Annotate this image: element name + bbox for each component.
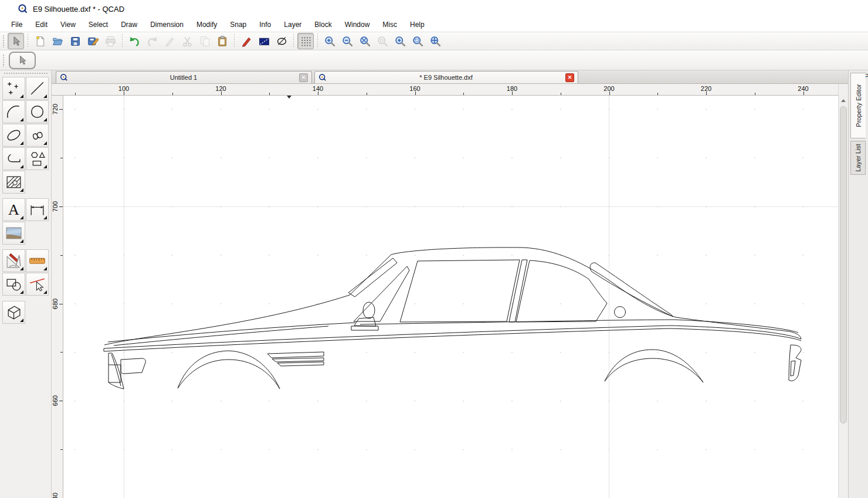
measure-tools-button[interactable]: [26, 249, 49, 272]
panel-tab-property-editor[interactable]: Property Editor: [850, 73, 866, 138]
grid-toggle-button[interactable]: [297, 33, 314, 49]
image-tools-button[interactable]: [2, 222, 25, 245]
dimension-tools-button[interactable]: [26, 198, 49, 221]
entity-vent-window[interactable]: [354, 266, 409, 321]
menu-edit[interactable]: Edit: [29, 19, 54, 31]
ruler-label: 240: [792, 85, 815, 92]
entity-rear-window[interactable]: [590, 263, 673, 317]
grid-dot: [415, 352, 416, 353]
menu-view[interactable]: View: [54, 19, 82, 31]
main-selection-tool-button[interactable]: [9, 52, 36, 69]
polyline-tools-button[interactable]: [2, 147, 25, 170]
save-file-button[interactable]: [67, 33, 83, 49]
menu-info[interactable]: Info: [253, 19, 277, 31]
menu-block[interactable]: Block: [308, 19, 338, 31]
restrict-off-button[interactable]: [273, 33, 290, 49]
modify-tools-button[interactable]: [2, 273, 25, 296]
grid-dot: [803, 303, 804, 304]
tab-close-icon[interactable]: ✕: [565, 73, 574, 82]
paste-button[interactable]: [214, 33, 230, 49]
draw-misc-tools-button[interactable]: [2, 249, 25, 272]
save-as-button[interactable]: [84, 33, 101, 49]
entity-hood-crease-1[interactable]: [108, 323, 355, 342]
pan-button[interactable]: [427, 33, 443, 49]
vertical-scrollbar[interactable]: [838, 84, 848, 498]
submenu-corner-icon: [43, 165, 47, 168]
ellipse-tools-button[interactable]: [2, 124, 25, 147]
entity-c-pillar-roundel[interactable]: [615, 307, 626, 318]
grid-dot: [415, 401, 416, 402]
entity-body-outline[interactable]: [104, 248, 801, 345]
spline-tools-button[interactable]: [26, 124, 49, 147]
zoom-window-button[interactable]: [409, 33, 426, 49]
undo-button[interactable]: [126, 33, 143, 49]
point-tools-button[interactable]: [2, 77, 25, 100]
grid-dot: [609, 255, 610, 256]
menu-select[interactable]: Select: [82, 19, 114, 31]
document-tab-1[interactable]: Untitled 1✕: [56, 71, 312, 83]
submenu-corner-icon: [20, 216, 23, 219]
ruler-minor-tick: [463, 93, 464, 95]
grid-dot: [366, 401, 367, 402]
menu-draw[interactable]: Draw: [114, 19, 144, 31]
submenu-corner-icon: [20, 319, 23, 322]
trim-tools-button[interactable]: [26, 273, 49, 296]
entity-rear-light[interactable]: [791, 361, 795, 376]
entity-side-trim-lower[interactable]: [104, 328, 801, 351]
document-tab-2[interactable]: * E9 Silhouette.dxf✕: [314, 71, 578, 83]
grid-dot: [269, 206, 270, 207]
bmw-e9-side-silhouette: [104, 248, 801, 389]
zoom-out-button[interactable]: [339, 33, 355, 49]
menu-file[interactable]: File: [5, 19, 29, 31]
entity-front-wheel-arch[interactable]: [178, 351, 280, 389]
arc-tools-button[interactable]: [2, 100, 25, 123]
circle-tools-button[interactable]: [26, 100, 49, 123]
menu-window[interactable]: Window: [338, 19, 377, 31]
drawing-canvas[interactable]: [63, 96, 838, 498]
grid-dot: [803, 206, 804, 207]
selection-pointer-button[interactable]: [8, 33, 24, 49]
line-tools-button[interactable]: [26, 77, 49, 100]
submenu-corner-icon: [20, 118, 23, 121]
hatch-tools-button[interactable]: [2, 171, 25, 194]
entity-windshield[interactable]: [348, 258, 397, 297]
tab-close-icon[interactable]: ✕: [299, 73, 308, 82]
ruler-minor-tick: [60, 158, 63, 158]
ruler-label: 120: [209, 85, 233, 92]
panel-tab-layer-list[interactable]: Layer List: [850, 141, 866, 175]
menu-dimension[interactable]: Dimension: [144, 19, 190, 31]
toolbar-drag-handle[interactable]: [2, 54, 5, 67]
menu-layer[interactable]: Layer: [277, 19, 308, 31]
menu-modify[interactable]: Modify: [190, 19, 223, 31]
ruler-minor-tick: [755, 93, 755, 95]
entity-rear-wheel-arch[interactable]: [605, 350, 703, 382]
open-file-button[interactable]: [49, 33, 66, 49]
solid-tools-button[interactable]: [2, 301, 25, 324]
draw-order-button[interactable]: [238, 33, 255, 49]
entity-side-trim-upper[interactable]: [104, 326, 801, 348]
text-tools-button[interactable]: A: [2, 198, 25, 221]
submenu-corner-icon: [20, 141, 23, 145]
entity-front-signal[interactable]: [121, 358, 146, 374]
palette-drag-handle[interactable]: [4, 72, 48, 74]
save-icon: [69, 35, 82, 48]
new-file-button[interactable]: [32, 33, 48, 49]
zoomout-icon: [341, 35, 354, 48]
entity-front-valance[interactable]: [108, 353, 124, 389]
zoom-back-button[interactable]: [392, 33, 408, 49]
zoom-in-button[interactable]: [321, 33, 338, 49]
menu-snap[interactable]: Snap: [223, 19, 253, 31]
ruler-minor-tick: [75, 93, 76, 95]
menu-help[interactable]: Help: [404, 19, 431, 31]
menu-misc[interactable]: Misc: [376, 19, 404, 31]
auto-zoom-button[interactable]: [357, 33, 373, 49]
selection-bounds-button[interactable]: [256, 33, 272, 49]
scrollbar-thumb[interactable]: [840, 106, 847, 424]
entity-door-window[interactable]: [400, 260, 520, 322]
shape-tools-button[interactable]: [26, 147, 49, 170]
zoomwin-icon: [412, 35, 424, 48]
scroll-up-icon[interactable]: [841, 99, 846, 102]
entity-quarter-window[interactable]: [516, 260, 607, 322]
grid-dot: [317, 449, 318, 450]
entity-side-gills[interactable]: [267, 352, 324, 366]
